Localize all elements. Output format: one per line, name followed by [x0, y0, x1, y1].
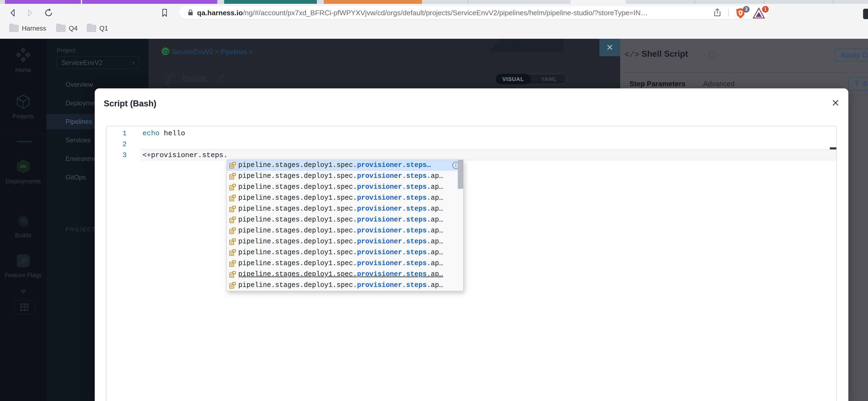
- breadcrumb[interactable]: ServiceEnvV2 > Pipelines >: [172, 48, 253, 56]
- project-selector[interactable]: ServiceEnvV2 ›: [57, 56, 139, 69]
- suggest-item[interactable]: pipeline.stages.deploy1.spec.provisioner…: [227, 193, 463, 203]
- url-text[interactable]: qa.harness.io/ng/#/account/px7xd_BFRCi-p…: [197, 9, 716, 17]
- rail-chevron-down-icon[interactable]: [20, 290, 27, 294]
- module-grid-button[interactable]: [14, 300, 35, 314]
- code-icon: </>: [624, 50, 639, 60]
- suggest-text: pipeline.stages.deploy1.spec.provisioner…: [238, 182, 443, 193]
- pipeline-name: helm: [182, 73, 207, 85]
- nav-item-label: Overview: [65, 81, 93, 88]
- sidebar-item-projects[interactable]: Projects: [0, 94, 46, 120]
- studio-close-button[interactable]: ✕: [599, 39, 620, 56]
- suggest-text: pipeline.stages.deploy1.spec.provisioner…: [238, 280, 443, 291]
- project-name: ServiceEnvV2: [61, 59, 103, 66]
- folder-icon: [87, 25, 96, 32]
- script-editor[interactable]: 1 2 3 echo hello <+provisioner.steps.: [106, 126, 837, 401]
- suggest-item[interactable]: pipeline.stages.deploy1.spec.provisioner…: [227, 182, 463, 193]
- modal-close-button[interactable]: ✕: [830, 97, 841, 109]
- script-modal: Script (Bash) ✕ 1 2 3 echo hello <+provi…: [95, 89, 848, 401]
- address-bar[interactable]: qa.harness.io/ng/#/account/px7xd_BFRCi-p…: [179, 6, 768, 19]
- bookmarks-bar: Harness Q4 Q1: [0, 21, 868, 39]
- rail-label: Projects: [12, 113, 34, 120]
- suggest-item[interactable]: pipeline.stages.deploy1.spec.provisioner…: [227, 225, 463, 236]
- field-icon: [229, 205, 236, 212]
- suggest-item[interactable]: pipeline.stages.deploy1.spec.provisioner…: [227, 247, 463, 258]
- pipeline-icon: [162, 73, 178, 86]
- suggest-text: pipeline.stages.deploy1.spec.provisioner…: [238, 160, 431, 171]
- tab-group-teal[interactable]: [224, 0, 317, 4]
- bookmark-folder[interactable]: Harness: [9, 25, 46, 32]
- rail-label: Home: [15, 67, 31, 73]
- field-icon: [229, 183, 236, 191]
- tab-group-purple[interactable]: [82, 0, 217, 4]
- suggest-item[interactable]: pipeline.stages.deploy1.spec.provisioner…: [227, 236, 463, 247]
- rewards-badge: 1: [762, 6, 769, 12]
- code-line: <+provisioner.steps.: [143, 150, 228, 161]
- suggest-item[interactable]: pipeline.stages.deploy1.spec.provisioner…: [227, 203, 463, 214]
- suggest-item[interactable]: pipeline.stages.deploy1.spec.provisioner…: [227, 269, 463, 280]
- field-icon: [229, 195, 236, 202]
- pill-divider: [728, 9, 729, 16]
- forward-button[interactable]: [25, 8, 34, 18]
- field-icon: [229, 173, 236, 180]
- module-rail: Home Projects Deployments: [0, 39, 46, 401]
- suggest-text: pipeline.stages.deploy1.spec.provisioner…: [238, 171, 443, 182]
- grid-icon: [20, 303, 29, 311]
- save-as-template-button[interactable]: Save as Template: [848, 77, 868, 91]
- bookmark-icon[interactable]: [160, 8, 169, 18]
- projects-icon: [16, 94, 30, 109]
- suggest-text: pipeline.stages.deploy1.spec.provisioner…: [238, 203, 443, 214]
- edit-pencil-icon[interactable]: [216, 73, 225, 84]
- bookmark-label: Harness: [22, 25, 46, 32]
- info-icon[interactable]: i: [709, 51, 716, 58]
- suggest-item[interactable]: pipeline.stages.deploy1.spec.provisioner…: [227, 160, 463, 171]
- sidebar-item-deployments[interactable]: Deployments: [0, 159, 46, 185]
- reload-button[interactable]: [44, 8, 54, 18]
- suggest-text: pipeline.stages.deploy1.spec.provisioner…: [238, 214, 443, 225]
- field-icon: [229, 282, 236, 289]
- deployments-icon: [16, 159, 31, 174]
- field-icon: [229, 238, 236, 245]
- chevron-right-icon: ›: [132, 57, 134, 69]
- template-up-icon: [853, 80, 860, 87]
- field-icon: [229, 260, 236, 267]
- shield-badge: 3: [743, 6, 749, 12]
- feature-flags-icon: [16, 254, 30, 268]
- share-icon[interactable]: [712, 8, 722, 18]
- apply-changes-button[interactable]: Apply Changes: [835, 48, 868, 62]
- bookmark-label: Q1: [99, 25, 108, 32]
- suggest-item[interactable]: pipeline.stages.deploy1.spec.provisioner…: [227, 258, 463, 269]
- back-button[interactable]: [8, 8, 18, 18]
- url-path: /ng/#/account/px7xd_BFRCi-pfWPYXVjvw/cd/…: [243, 9, 648, 17]
- suggest-item[interactable]: pipeline.stages.deploy1.spec.provisioner…: [227, 171, 463, 182]
- nav-item-label: Pipelines: [65, 118, 92, 125]
- project-label: Project: [57, 47, 75, 54]
- field-icon: [229, 271, 236, 278]
- tab-separator: [764, 1, 764, 4]
- toggle-yaml[interactable]: YAML: [532, 74, 566, 84]
- visual-yaml-toggle: VISUAL YAML: [496, 74, 566, 84]
- active-tab[interactable]: [570, 0, 626, 4]
- sidebar-item-feature-flags[interactable]: Feature Flags: [0, 254, 46, 279]
- url-domain: qa.harness.io: [197, 9, 243, 17]
- dropdown-scrollbar[interactable]: [458, 160, 463, 189]
- toggle-visual[interactable]: VISUAL: [496, 74, 531, 84]
- bookmark-folder[interactable]: Q1: [87, 25, 108, 32]
- tab-group-purple[interactable]: [5, 0, 81, 4]
- tab-step-parameters[interactable]: Step Parameters: [629, 80, 685, 88]
- autocomplete-dropdown: pipeline.stages.deploy1.spec.provisioner…: [226, 160, 463, 291]
- sidebar-item-builds[interactable]: Builds: [0, 214, 46, 239]
- suggest-item[interactable]: pipeline.stages.deploy1.spec.provisioner…: [227, 214, 463, 225]
- rail-divider: [0, 298, 46, 298]
- bookmark-folder[interactable]: Q4: [56, 25, 78, 32]
- sidebar-item-home[interactable]: Home: [0, 47, 46, 74]
- tab-advanced[interactable]: Advanced: [703, 80, 735, 88]
- line-number: 2: [106, 139, 127, 150]
- suggest-item[interactable]: pipeline.stages.deploy1.spec.provisioner…: [227, 280, 463, 291]
- browser-tab-strip[interactable]: [0, 0, 868, 4]
- extensions-icon[interactable]: [863, 9, 868, 19]
- rail-dash-divider: [17, 141, 32, 142]
- field-icon: [229, 249, 236, 256]
- folder-icon: [56, 25, 65, 32]
- tab-group-orange[interactable]: [324, 0, 422, 4]
- panel-divider: [620, 72, 868, 72]
